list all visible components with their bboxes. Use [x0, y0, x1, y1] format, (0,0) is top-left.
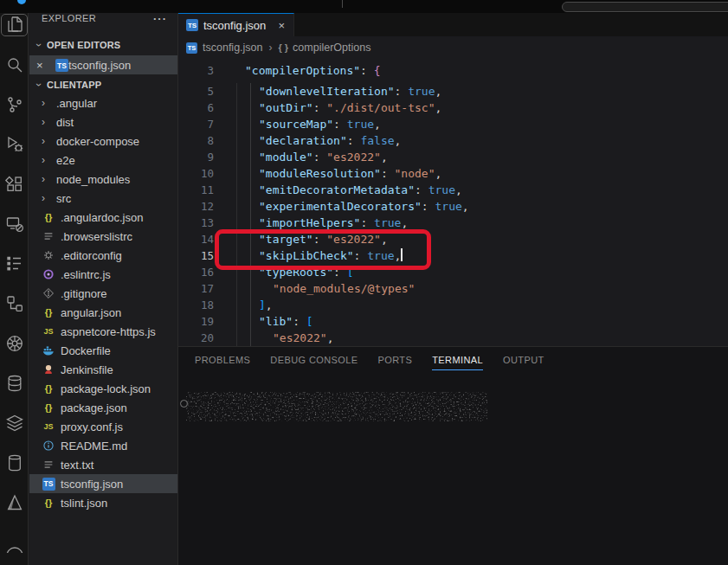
code-line-3[interactable]: 3"compilerOptions": { [178, 62, 728, 79]
code-line-5[interactable]: 5"downlevelIteration": true, [178, 83, 728, 100]
line-text: "importHelpers": true, [231, 215, 408, 231]
breadcrumb-file[interactable]: tsconfig.json [203, 42, 262, 54]
file-row--eslintrc-js[interactable]: .eslintrc.js [29, 265, 177, 284]
code-line-15[interactable]: 15"skipLibCheck": true, [178, 247, 728, 264]
code-line-12[interactable]: 12"experimentalDecorators": true, [178, 198, 728, 215]
file-row-tslint-json[interactable]: {}tslint.json [29, 493, 177, 512]
panel-tab-problems[interactable]: PROBLEMS [195, 347, 250, 373]
project-section[interactable]: › CLIENTAPP [29, 76, 177, 93]
file-row-tsconfig-json[interactable]: TStsconfig.json [29, 474, 177, 493]
panel-tab-terminal[interactable]: TERMINAL [432, 347, 483, 373]
more-actions-icon[interactable]: ··· [153, 12, 167, 25]
code-line-7[interactable]: 7"sourceMap": true, [178, 116, 728, 132]
run-debug-icon[interactable] [0, 132, 29, 157]
file-row-package-lock-json[interactable]: {}package-lock.json [29, 379, 177, 398]
project-label: CLIENTAPP [47, 80, 101, 90]
extensions-icon[interactable] [0, 172, 29, 196]
kubernetes-icon[interactable] [0, 331, 29, 356]
line-number: 6 [178, 100, 214, 116]
search-icon[interactable] [0, 53, 29, 77]
line-number: 15 [178, 247, 214, 264]
open-editors-section[interactable]: › OPEN EDITORS [29, 36, 177, 54]
folder-row-src[interactable]: ›src [29, 189, 177, 208]
code-line-18[interactable]: 18], [178, 297, 728, 313]
tab-tsconfig[interactable]: TS tsconfig.json × [178, 13, 294, 36]
file-label: Jenkinsfile [61, 363, 113, 376]
file-row-aspnetcore-https-js[interactable]: JSaspnetcore-https.js [29, 322, 177, 341]
line-text: "moduleResolution": "node", [231, 165, 441, 182]
file-label: aspnetcore-https.js [61, 325, 156, 338]
file-row-dockerfile[interactable]: Dockerfile [29, 341, 177, 360]
code-line-17[interactable]: 17"node_modules/@types" [178, 280, 728, 297]
js-file-icon: JS [42, 420, 55, 433]
code-lines: 3"compilerOptions": {5"downlevelIteratio… [178, 62, 728, 346]
file-row--browserslistrc[interactable]: .browserslistrc [29, 227, 177, 246]
file-row--angulardoc-json[interactable]: {}.angulardoc.json [29, 208, 177, 227]
code-line-19[interactable]: 19"lib": [ [178, 313, 728, 330]
line-text: "emitDecoratorMetadata": true, [231, 182, 462, 198]
file-label: tslint.json [61, 497, 107, 510]
line-number: 3 [178, 62, 214, 79]
file-row--gitignore[interactable]: .gitignore [29, 284, 177, 303]
file-row-jenkinsfile[interactable]: Jenkinsfile [29, 360, 177, 379]
folder-row-e2e[interactable]: ›e2e [29, 151, 177, 170]
file-label: README.md [61, 440, 127, 453]
line-text: "compilerOptions": { [231, 62, 381, 79]
jenkins-file-icon [42, 363, 55, 376]
partial-circle-icon[interactable] [0, 530, 29, 555]
breadcrumb-symbol[interactable]: compilerOptions [293, 42, 370, 54]
ts-file-icon: TS [186, 19, 198, 31]
close-tab-icon[interactable]: × [276, 19, 287, 32]
container-icon[interactable] [0, 451, 29, 475]
code-line-13[interactable]: 13"importHelpers": true, [178, 215, 728, 231]
line-text: "module": "es2022", [231, 149, 388, 165]
code-editor[interactable]: 3"compilerOptions": {5"downlevelIteratio… [178, 59, 728, 346]
layers-icon[interactable] [0, 411, 29, 435]
code-line-10[interactable]: 10"moduleResolution": "node", [178, 165, 728, 182]
code-line-9[interactable]: 9"module": "es2022", [178, 149, 728, 165]
line-number: 8 [178, 132, 214, 149]
code-line-20[interactable]: 20"es2022", [178, 330, 728, 346]
file-row-text-txt[interactable]: text.txt [29, 455, 177, 474]
close-editor-icon[interactable]: × [36, 59, 50, 72]
file-row-readme-md[interactable]: README.md [29, 436, 177, 455]
file-row-package-json[interactable]: {}package.json [29, 398, 177, 417]
line-number: 7 [178, 116, 214, 132]
line-text: "sourceMap": true, [231, 116, 381, 132]
symbol-braces-icon: { } [278, 42, 288, 53]
file-row-angular-json[interactable]: {}angular.json [29, 303, 177, 322]
database-icon[interactable] [0, 371, 29, 395]
json-file-icon: {} [42, 305, 55, 319]
folder-row-node-modules[interactable]: ›node_modules [29, 170, 177, 189]
diagram-icon[interactable] [0, 292, 29, 316]
chevron-down-icon: › [33, 79, 45, 91]
code-line-14[interactable]: 14"target": "es2022", [178, 231, 728, 247]
breadcrumb: TS tsconfig.json › { } compilerOptions [178, 36, 728, 59]
checklist-icon[interactable] [0, 252, 29, 276]
folder-row--angular[interactable]: ›.angular [29, 93, 177, 112]
js-file-icon: JS [42, 324, 55, 338]
file-label: .browserslistrc [61, 230, 132, 243]
code-line-16[interactable]: 16"typeRoots": [ [178, 264, 728, 280]
panel-tab-output[interactable]: OUTPUT [503, 347, 544, 373]
file-row-proxy-conf-js[interactable]: JSproxy.conf.js [29, 417, 177, 436]
file-row--editorconfig[interactable]: .editorconfig [29, 246, 177, 265]
cone-icon[interactable] [0, 491, 29, 515]
open-editor-item-tsconfig[interactable]: × TS tsconfig.json [29, 55, 177, 74]
editor-tab-bar: TS tsconfig.json × [178, 13, 728, 36]
code-line-8[interactable]: 8"declaration": false, [178, 132, 728, 149]
panel-tab-debug-console[interactable]: DEBUG CONSOLE [270, 347, 358, 373]
line-number: 5 [178, 83, 214, 100]
line-number: 10 [178, 165, 214, 182]
code-line-6[interactable]: 6"outDir": "./dist/out-tsc", [178, 100, 728, 116]
quick-input-overlay[interactable] [562, 2, 728, 12]
source-control-icon[interactable] [0, 93, 29, 117]
line-text: "lib": [ [231, 313, 313, 330]
explorer-icon[interactable] [0, 13, 29, 37]
panel-tab-ports[interactable]: PORTS [378, 347, 413, 373]
folder-row-dist[interactable]: ›dist [29, 112, 177, 132]
code-line-11[interactable]: 11"emitDecoratorMetadata": true, [178, 182, 728, 198]
folder-row-docker-compose[interactable]: ›docker-compose [29, 132, 177, 151]
chevron-right-icon: › [42, 173, 52, 185]
remote-explorer-icon[interactable] [0, 212, 29, 236]
